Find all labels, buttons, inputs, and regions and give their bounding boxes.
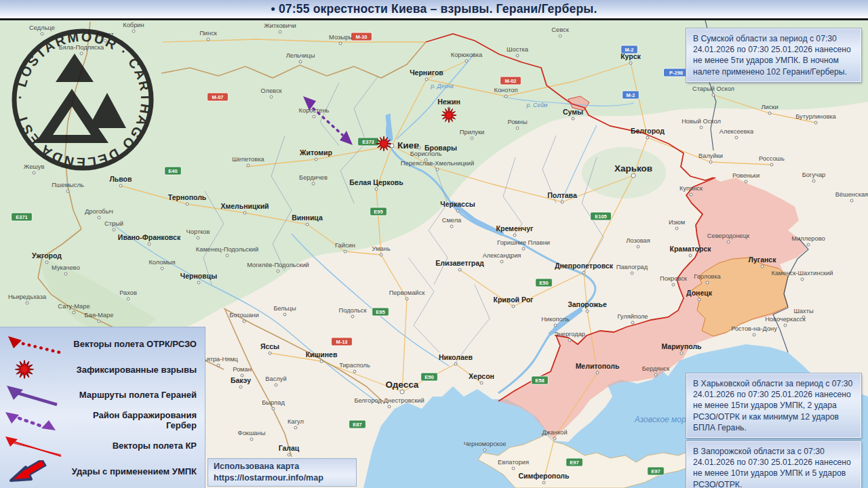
svg-text:Бердичев: Бердичев [299, 174, 328, 181]
svg-text:Е97: Е97 [570, 460, 578, 466]
svg-text:Купянск: Купянск [679, 185, 703, 192]
svg-text:Хмельницкий: Хмельницкий [220, 202, 269, 210]
header-title: • 07:55 окрестности Киева – взрывы. Гера… [271, 2, 597, 16]
svg-text:Кривой Рог: Кривой Рог [494, 296, 534, 304]
svg-text:Нежин: Нежин [437, 98, 460, 106]
svg-text:Елизаветград: Елизаветград [435, 259, 484, 267]
svg-text:Переяслав-Хмельницкий: Переяслав-Хмельницкий [401, 160, 474, 167]
svg-text:Яссы: Яссы [260, 342, 279, 350]
svg-text:Каменск-Шахтинский: Каменск-Шахтинский [771, 270, 833, 277]
svg-text:Е40: Е40 [168, 168, 177, 174]
svg-text:Харьков: Харьков [614, 163, 652, 174]
legend-row-kr: Векторы полета КР [3, 435, 199, 457]
svg-text:Львов: Львов [109, 175, 132, 183]
svg-text:Сумы: Сумы [563, 108, 583, 116]
svg-text:Азовское море: Азовское море [634, 415, 691, 424]
svg-text:Чернигов: Чернигов [410, 68, 443, 77]
legend-row-geran: Маршруты полета Гераней [3, 384, 199, 406]
legend-row-otrk: Векторы полета ОТРК/РСЗО [3, 333, 199, 355]
svg-text:р. Десна: р. Десна [430, 83, 454, 89]
svg-text:Шепетовка: Шепетовка [232, 156, 264, 163]
svg-text:Новочеркасск: Новочеркасск [765, 316, 806, 323]
road-badge-Е97: Е97 [648, 467, 665, 475]
svg-text:Тирасполь: Тирасполь [339, 362, 370, 369]
svg-text:Коломыя: Коломыя [149, 259, 175, 266]
road-badge-М-10: М-10 [351, 33, 372, 41]
svg-text:Стрый: Стрый [104, 220, 123, 227]
svg-text:Бутурлиновка: Бутурлиновка [795, 113, 836, 120]
road-badge-Е40: Е40 [165, 167, 182, 175]
svg-text:М-02: М-02 [505, 78, 516, 84]
legend-label: Векторы полета КР [65, 441, 199, 451]
svg-text:Е97: Е97 [651, 468, 660, 474]
svg-text:Мелитополь: Мелитополь [576, 362, 620, 370]
svg-text:Гайсин: Гайсин [335, 242, 355, 249]
svg-text:Роман: Роман [233, 366, 252, 373]
svg-text:Пшемысль: Пшемысль [52, 182, 83, 188]
svg-text:Краматорск: Краматорск [669, 245, 711, 253]
svg-text:Пинск: Пинск [199, 30, 218, 37]
svg-text:Чортков: Чортков [186, 228, 210, 235]
svg-text:Е58: Е58 [535, 378, 544, 384]
svg-text:Алексеевка: Алексеевка [719, 128, 754, 135]
svg-text:Изюм: Изюм [669, 219, 685, 226]
svg-text:Ивано-Франковск: Ивано-Франковск [118, 233, 181, 241]
road-badge-Е373: Е373 [358, 138, 379, 146]
svg-text:Черноморское: Черноморское [464, 441, 507, 447]
svg-text:Ботошани: Ботошани [229, 312, 258, 319]
svg-text:Подольск: Подольск [338, 307, 367, 314]
svg-text:Днепропетровск: Днепропетровск [555, 262, 614, 270]
svg-text:Е373: Е373 [362, 139, 374, 145]
legend-row-umpk: Удары с применением УМПК [3, 460, 199, 482]
svg-text:Первомайск: Первомайск [389, 289, 425, 296]
svg-text:Кременчуг: Кременчуг [496, 224, 534, 232]
svg-text:Покровск: Покровск [660, 275, 688, 282]
road-badge-М-02: М-02 [500, 77, 521, 85]
svg-text:Богучар: Богучар [802, 171, 826, 178]
svg-text:Горишние Плавни: Горишние Плавни [497, 239, 550, 246]
svg-text:Белгород-Днестровский: Белгород-Днестровский [354, 397, 424, 404]
svg-text:Евпатория: Евпатория [498, 459, 529, 466]
svg-text:Кагул: Кагул [288, 418, 304, 425]
svg-text:Северодонецк: Северодонецк [707, 232, 750, 239]
svg-text:Васлуй: Васлуй [265, 375, 286, 382]
road-badge-Е87: Е87 [349, 420, 366, 428]
svg-text:Шостка: Шостка [507, 46, 529, 53]
svg-text:Ростов-на-Дону: Ростов-на-Дону [731, 325, 777, 332]
svg-text:Вёшенская: Вёшенская [835, 191, 868, 198]
svg-text:Дрогобыч: Дрогобыч [85, 208, 113, 215]
svg-text:Бердянск: Бердянск [642, 365, 670, 372]
svg-text:Житомир: Житомир [299, 148, 332, 157]
info-box-kharkiv: В Харьковской области за период с 07:30 … [686, 373, 861, 438]
svg-text:Лозовая: Лозовая [626, 237, 650, 244]
svg-text:Жешув: Жешув [24, 163, 45, 170]
kr-vector-icon [3, 435, 65, 457]
road-badge-Е371: Е371 [12, 213, 33, 221]
gerbera-loiter-icon [3, 409, 65, 431]
svg-text:Гуляйполе: Гуляйполе [617, 313, 648, 320]
svg-text:Е95: Е95 [376, 309, 384, 315]
road-badge-Е58: Е58 [532, 376, 549, 384]
svg-text:Джанкой: Джанкой [542, 429, 567, 436]
svg-text:М-2: М-2 [627, 92, 635, 98]
info-box-sumy-text: В Сумской области за период с 07:30 24.0… [693, 34, 851, 77]
legend-label: Зафиксированные взрывы [65, 365, 199, 375]
svg-text:Корюковка: Корюковка [451, 52, 483, 58]
umpk-strike-icon [3, 460, 65, 482]
svg-text:Белгород: Белгород [631, 127, 665, 135]
svg-text:Ужгород: Ужгород [32, 251, 62, 260]
svg-text:Тернополь: Тернополь [168, 193, 207, 201]
svg-text:Луганск: Луганск [749, 256, 777, 264]
road-badge-Е50: Е50 [421, 373, 438, 381]
info-box-sumy: В Сумской области за период с 07:30 24.0… [686, 28, 861, 82]
svg-text:Мариуполь: Мариуполь [661, 342, 702, 350]
legend-row-gerbera: Район барражирования Гербер [3, 409, 199, 431]
svg-text:Сату-Маре: Сату-Маре [58, 303, 90, 310]
info-box-zaporizhzhia-text: В Запорожской области за с 07:30 24.01.2… [693, 447, 851, 488]
info-box-kharkiv-text: В Харьковской области за период с 07:30 … [693, 379, 852, 432]
svg-text:Е105: Е105 [595, 214, 607, 220]
svg-text:Могилёв-Подольский: Могилёв-Подольский [247, 262, 309, 268]
svg-text:Е50: Е50 [539, 280, 548, 286]
svg-text:Энергодар: Энергодар [554, 331, 585, 338]
svg-text:Ровеньки: Ровеньки [732, 172, 760, 179]
